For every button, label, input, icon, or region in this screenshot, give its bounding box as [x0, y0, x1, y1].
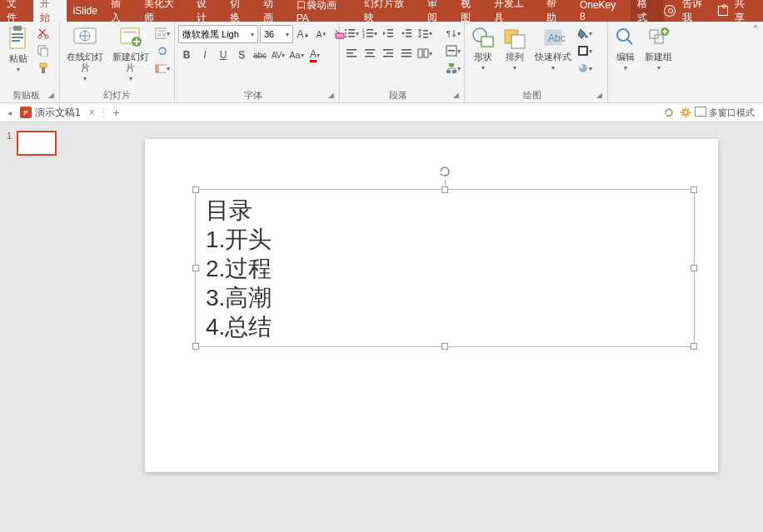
- tab-file[interactable]: 文件: [0, 0, 33, 22]
- group-font: 微软雅黑 Ligh▾ 36▾ A▲ A▼ B I U S abc AV▾ Aa▾…: [175, 22, 340, 102]
- drawing-group-label: 绘图: [468, 87, 596, 102]
- copy-button[interactable]: [35, 42, 52, 59]
- layout-button[interactable]: ▾: [154, 25, 171, 42]
- tab-format[interactable]: 格式: [631, 0, 664, 22]
- align-left-button[interactable]: [343, 45, 360, 62]
- align-center-button[interactable]: [362, 45, 378, 62]
- resize-handle-tm[interactable]: [441, 186, 448, 193]
- grow-font-button[interactable]: A▲: [295, 26, 312, 42]
- tab-devtools[interactable]: 开发工具: [487, 0, 541, 22]
- svg-rect-9: [40, 63, 47, 67]
- align-right-button[interactable]: [380, 45, 396, 62]
- shape-fill-button[interactable]: ▾: [576, 25, 593, 42]
- tab-animation[interactable]: 动画: [257, 0, 290, 22]
- clipboard-launcher[interactable]: ◢: [48, 91, 56, 99]
- bullets-button[interactable]: ▾: [343, 25, 360, 42]
- bold-button[interactable]: B: [178, 47, 195, 63]
- group-editing: 编辑▾ 新建组▾: [608, 22, 680, 102]
- font-launcher[interactable]: ◢: [328, 91, 336, 99]
- smartart-button[interactable]: ▾: [445, 60, 461, 77]
- tab-nav-left[interactable]: ◂: [3, 103, 15, 122]
- change-case-button[interactable]: Aa▾: [288, 47, 305, 63]
- tab-insert[interactable]: 插入: [104, 0, 137, 22]
- resize-handle-br[interactable]: [691, 343, 697, 350]
- refresh-icon[interactable]: [663, 107, 675, 118]
- collapse-ribbon-button[interactable]: ⌃: [748, 22, 763, 102]
- document-tab[interactable]: P 演示文稿1: [15, 103, 86, 122]
- svg-rect-51: [386, 52, 393, 54]
- tab-onekey[interactable]: OneKey 8: [573, 0, 631, 22]
- numbering-button[interactable]: 123▾: [362, 25, 378, 42]
- paragraph-launcher[interactable]: ◢: [453, 91, 461, 99]
- online-slides-button[interactable]: 在线幻灯片 ▾: [63, 23, 107, 84]
- chevron-down-icon: ▾: [129, 75, 132, 82]
- tab-beautify[interactable]: 美化大师: [137, 0, 191, 22]
- increase-indent-button[interactable]: [398, 25, 415, 42]
- shapes-button[interactable]: 形状▾: [468, 23, 498, 73]
- resize-handle-mr[interactable]: [691, 265, 697, 271]
- font-name-combo[interactable]: 微软雅黑 Ligh▾: [178, 25, 258, 43]
- svg-rect-30: [367, 29, 373, 31]
- tab-help[interactable]: 帮助: [540, 0, 573, 22]
- resize-handle-bl[interactable]: [192, 343, 199, 350]
- font-size-combo[interactable]: 36▾: [260, 25, 293, 43]
- resize-handle-ml[interactable]: [192, 265, 199, 271]
- slide-canvas-area[interactable]: 目录 1.开头 2.过程 3.高潮 4.总结: [100, 122, 763, 532]
- tab-start[interactable]: 开始: [33, 0, 67, 22]
- edit-button[interactable]: 编辑▾: [611, 23, 640, 73]
- line-spacing-icon: [417, 27, 429, 39]
- tab-pocket[interactable]: 口袋动画 PA: [290, 0, 358, 22]
- shrink-font-button[interactable]: A▼: [313, 26, 330, 42]
- section-button[interactable]: ▾: [154, 60, 171, 77]
- new-group-button[interactable]: 新建组▾: [641, 23, 676, 73]
- svg-point-73: [580, 65, 583, 68]
- line-spacing-button[interactable]: ▾: [416, 25, 433, 42]
- gear-icon[interactable]: [680, 107, 691, 118]
- close-tab-button[interactable]: ×: [86, 107, 98, 118]
- underline-button[interactable]: U: [215, 47, 232, 63]
- multi-window-button[interactable]: 多窗口模式: [696, 107, 755, 119]
- font-color-button[interactable]: A▾: [307, 47, 323, 63]
- strike-button[interactable]: abc: [252, 47, 268, 63]
- shape-outline-button[interactable]: ▾: [576, 42, 593, 59]
- rotate-handle[interactable]: [436, 163, 453, 180]
- quick-styles-button[interactable]: Abc 快速样式▾: [531, 23, 575, 73]
- text-box-content[interactable]: 目录 1.开头 2.过程 3.高潮 4.总结: [196, 190, 694, 348]
- resize-handle-tl[interactable]: [192, 186, 199, 193]
- justify-button[interactable]: [398, 45, 415, 62]
- svg-rect-3: [12, 37, 23, 38]
- slide-thumbnail[interactable]: 1: [7, 131, 93, 156]
- columns-button[interactable]: ▾: [416, 45, 433, 62]
- slide[interactable]: 目录 1.开头 2.过程 3.高潮 4.总结: [145, 139, 718, 472]
- svg-rect-21: [156, 65, 159, 72]
- arrange-button[interactable]: 排列▾: [500, 23, 530, 73]
- shape-effects-button[interactable]: ▾: [576, 60, 593, 77]
- ribbon-tabs: 文件 开始 iSlide 插入 美化大师 设计 切换 动画 口袋动画 PA 幻灯…: [0, 0, 664, 22]
- resize-handle-tr[interactable]: [691, 186, 697, 193]
- paste-button[interactable]: 粘贴 ▾: [3, 23, 33, 75]
- align-text-button[interactable]: ▾: [445, 42, 461, 59]
- tell-me[interactable]: 告诉我: [682, 0, 712, 25]
- svg-rect-52: [383, 56, 393, 57]
- new-tab-button[interactable]: +: [108, 106, 125, 119]
- drawing-launcher[interactable]: ◢: [596, 91, 604, 99]
- resize-handle-bm[interactable]: [441, 343, 448, 350]
- reset-button[interactable]: [154, 42, 171, 59]
- tab-view[interactable]: 视图: [454, 0, 487, 22]
- svg-rect-19: [162, 33, 166, 37]
- decrease-indent-button[interactable]: [380, 25, 396, 42]
- shadow-button[interactable]: S: [233, 47, 250, 63]
- char-spacing-button[interactable]: AV▾: [270, 47, 287, 63]
- format-painter-button[interactable]: [35, 60, 52, 77]
- tab-islide[interactable]: iSlide: [67, 0, 104, 22]
- tab-slideshow[interactable]: 幻灯片放映: [357, 0, 420, 22]
- italic-button[interactable]: I: [197, 47, 213, 63]
- svg-text:3: 3: [362, 34, 365, 39]
- tab-review[interactable]: 审阅: [421, 0, 454, 22]
- tab-transition[interactable]: 切换: [223, 0, 257, 22]
- text-direction-button[interactable]: ¶▾: [445, 25, 461, 42]
- cut-button[interactable]: [35, 25, 52, 42]
- tab-design[interactable]: 设计: [190, 0, 223, 22]
- text-box[interactable]: 目录 1.开头 2.过程 3.高潮 4.总结: [195, 189, 695, 347]
- new-slide-button[interactable]: 新建幻灯片 ▾: [109, 23, 153, 84]
